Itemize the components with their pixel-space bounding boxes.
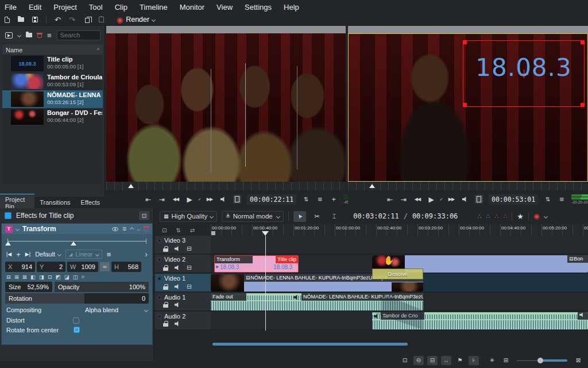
edit-mode-dropdown[interactable]: ≜ Normal mode [222, 211, 284, 222]
interpolation-dropdown[interactable]: ◢ Linear [65, 250, 102, 259]
play-dropdown-icon[interactable] [440, 198, 442, 200]
playhead-marker-icon[interactable] [262, 231, 269, 236]
spacer-tool-button[interactable]: ⌶ [328, 211, 341, 222]
timeline-zoom-slider[interactable] [517, 357, 567, 364]
track-header-audio2[interactable]: Audio 2 [155, 312, 211, 330]
paste-button[interactable] [99, 17, 104, 22]
favorite-effects-button[interactable]: ★ [517, 212, 524, 221]
preview-quality-dropdown[interactable]: ▦ High Quality [160, 211, 217, 222]
zone-toggle-button[interactable] [233, 195, 241, 204]
keyframe-marker[interactable] [71, 241, 76, 246]
mix-clips-button[interactable]: ∴ [477, 213, 481, 220]
preset-icon[interactable]: ⊠ [22, 274, 27, 281]
open-project-button[interactable] [18, 17, 24, 22]
track-header-video3[interactable]: Video 3 ⊟ [155, 236, 211, 254]
move-effect-down-icon[interactable] [137, 227, 141, 231]
lock-icon[interactable] [163, 321, 168, 327]
lift-zone-button[interactable]: ∴ [503, 213, 507, 220]
undo-button[interactable]: ↶ [55, 16, 61, 24]
play-button[interactable]: ▶ [185, 195, 194, 204]
rotation-slider[interactable]: Rotation0 [5, 293, 149, 304]
clip-monitor-timecode[interactable]: 00:00:22:11 [247, 194, 296, 205]
keyframe-marker[interactable] [5, 241, 11, 246]
forward-button[interactable]: ▶▶ [447, 197, 455, 202]
tab-effects[interactable]: Effects [76, 197, 105, 208]
move-effect-up-icon[interactable] [130, 227, 134, 231]
effect-menu-button[interactable]: ≡ [122, 225, 126, 233]
timeline-playhead[interactable] [265, 236, 266, 331]
timeline-zone-marker[interactable] [211, 231, 215, 235]
clip-monitor-video[interactable] [106, 33, 346, 182]
speaker-icon[interactable] [175, 246, 180, 252]
project-monitor-video[interactable]: 18.08.3 [348, 33, 588, 182]
rotate-center-checkbox[interactable] [74, 327, 80, 333]
project-monitor-playhead-icon[interactable] [369, 184, 375, 188]
monitor-toggle-button[interactable]: ⊡ [400, 356, 410, 365]
rewind-button[interactable]: ◀◀ [413, 197, 421, 202]
preset-icon[interactable]: ◪ [64, 274, 69, 281]
track-target-indicator[interactable] [157, 296, 161, 300]
list-item[interactable]: Bongar - DVD - Festa 00:06:44:00 [2] [2, 108, 103, 126]
track-target-indicator[interactable] [157, 258, 161, 262]
timecode-spinner[interactable]: ⇅ [302, 196, 310, 202]
render-button[interactable]: ◉ Render [117, 16, 155, 24]
clip-monitor-playhead-icon[interactable] [128, 184, 134, 188]
chevron-down-icon[interactable] [543, 214, 547, 218]
previous-keyframe-button[interactable]: |◀ [6, 251, 11, 257]
zone-out-button[interactable]: ⇥ [400, 195, 408, 204]
track-header-audio1[interactable]: Audio 1 [155, 293, 211, 311]
menu-project[interactable]: Project [53, 3, 76, 12]
lock-icon[interactable] [163, 302, 168, 308]
size-field[interactable]: Size52,59% [5, 282, 52, 292]
keyframe-options-button[interactable]: ≡ [107, 250, 111, 259]
timeline-clip-nomade-audio[interactable]: Fade out NÔMADE- LENNA BAHULE- KUPURA-tn… [211, 293, 423, 310]
preset-icon[interactable]: ⊡ [48, 274, 52, 281]
keyframe-ruler[interactable] [2, 234, 152, 248]
distort-checkbox[interactable] [73, 317, 79, 324]
next-keyframe-button[interactable]: ▶| [25, 251, 30, 257]
timeline-horizontal-scrollbar[interactable] [212, 343, 408, 346]
track-header-video2[interactable]: Video 2 ⊟ [155, 255, 211, 273]
video-track-icon[interactable]: ⊟ [187, 245, 192, 252]
preset-icon[interactable]: ◫ [73, 274, 78, 281]
track-target-button[interactable]: ⊡ [162, 227, 167, 233]
menu-tool[interactable]: Tool [89, 3, 103, 12]
menu-view[interactable]: View [216, 3, 233, 12]
speaker-icon[interactable] [175, 302, 180, 308]
add-keyframe-button[interactable]: + [16, 250, 21, 259]
track-target-indicator[interactable] [157, 277, 161, 281]
effect-title-bar[interactable]: T Transform ≡ [2, 224, 152, 234]
menu-file[interactable]: File [5, 3, 17, 12]
transform-selection-box[interactable]: 18.08.3 [463, 40, 585, 107]
zoom-fit-button[interactable]: ⊠ [573, 356, 583, 365]
collapse-effect-icon[interactable] [16, 227, 20, 231]
preset-icon[interactable]: ⊞ [14, 274, 19, 281]
zoom-out-button[interactable]: ⊞ [501, 356, 511, 365]
zone-toggle-button[interactable] [475, 195, 483, 204]
track-target-indicator[interactable] [157, 315, 161, 319]
timeline-position-timecode[interactable]: 00:03:02:11 [353, 212, 399, 220]
clip-monitor-ruler[interactable] [106, 182, 346, 190]
add-zone-button[interactable]: + [330, 195, 338, 204]
list-item[interactable]: Tambor de Crioula d 00:00:53:09 [1] [2, 72, 103, 90]
timeline-settings-button[interactable]: ✳ [487, 356, 497, 365]
lock-ratio-button[interactable]: ∞ [100, 262, 110, 271]
preset-icon[interactable]: ◨ [39, 274, 44, 281]
expand-more-button[interactable]: › [145, 250, 148, 259]
forward-button[interactable]: ▶▶ [206, 197, 214, 202]
bin-column-header[interactable]: Name ^ [2, 45, 103, 55]
video-track-icon[interactable]: ⊟ [187, 283, 192, 290]
project-monitor-timecode[interactable]: 00:00:53:01 [489, 194, 538, 205]
create-folder-button[interactable] [26, 33, 32, 37]
menu-monitor[interactable]: Monitor [180, 3, 204, 12]
lock-icon[interactable] [163, 246, 168, 252]
add-clip-button[interactable] [5, 32, 13, 39]
menu-timeline[interactable]: Timeline [140, 3, 168, 12]
zone-in-button[interactable]: ⇤ [144, 195, 152, 204]
speaker-icon[interactable] [175, 284, 180, 290]
lock-icon[interactable] [163, 265, 168, 271]
track-target-indicator[interactable] [157, 239, 161, 243]
menu-help[interactable]: Help [284, 3, 299, 12]
x-spinbox[interactable]: X914 [5, 262, 35, 272]
save-button[interactable] [32, 17, 38, 22]
